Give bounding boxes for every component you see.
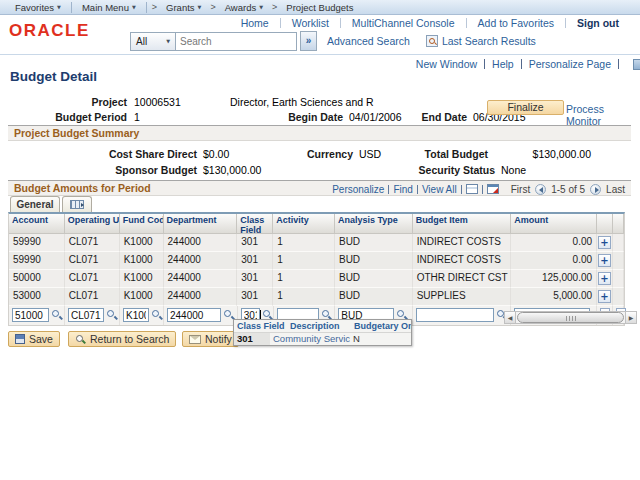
account-lookup-icon[interactable] (51, 308, 62, 320)
last-link[interactable]: Last (606, 184, 625, 195)
operating-unit-lookup-icon[interactable] (106, 308, 117, 320)
divider (461, 185, 462, 194)
breadcrumb-project-budgets[interactable]: Project Budgets (279, 2, 360, 13)
scroll-left-icon[interactable]: ◀ (505, 312, 516, 323)
cell-fund-code: K1000 (120, 288, 164, 306)
cell-class-field: 301 (237, 270, 273, 288)
zoom-grid-icon[interactable] (466, 184, 478, 194)
lookup-col-class-field[interactable]: Class Field (234, 320, 287, 332)
lookup-col-description[interactable]: Description (287, 320, 351, 332)
add-row-button[interactable]: + (598, 272, 611, 285)
scroll-right-icon[interactable]: ▶ (625, 312, 636, 323)
col-budget-item[interactable]: Budget Item (413, 214, 512, 234)
edit-cell-budget-item (413, 306, 512, 325)
main-menu-label: Main Menu (82, 2, 129, 13)
add-to-favorites-link[interactable]: Add to Favorites (467, 17, 565, 29)
col-analysis-type[interactable]: Analysis Type (335, 214, 413, 234)
project-id-value: 10006531 (134, 96, 181, 108)
account-input[interactable] (12, 308, 49, 322)
chevron-down-icon: ▼ (198, 5, 202, 10)
find-link[interactable]: Find (393, 184, 412, 195)
horizontal-scrollbar[interactable]: ◀ ▶ (504, 311, 637, 324)
col-account[interactable]: Account (9, 214, 65, 234)
cell-operating-unit: CL071 (65, 252, 120, 270)
lookup-budgetary-only-value: N (350, 333, 411, 345)
next-page-icon[interactable] (590, 184, 601, 195)
lookup-header-row: Class Field Description Budgetary Only (234, 320, 411, 333)
return-to-search-label: Return to Search (90, 333, 169, 345)
help-link[interactable]: Help (492, 58, 514, 70)
breadcrumb-main-menu[interactable]: Main Menu ▼ (75, 2, 143, 13)
breadcrumb-favorites[interactable]: Favorites ▼ (8, 2, 68, 13)
table-row: 53000 CL071 K1000 244000 301 1 BUD SUPPL… (9, 288, 624, 306)
cell-activity: 1 (273, 270, 335, 288)
personalize-page-link[interactable]: Personalize Page (529, 58, 611, 70)
fund-code-input[interactable] (123, 308, 149, 322)
search-bar: All ▼ » Advanced Search Last Search Resu… (130, 31, 536, 51)
project-budget-summary-header: Project Budget Summary (8, 125, 631, 141)
security-status-label: Security Status (398, 164, 495, 176)
show-all-columns-tab[interactable] (62, 196, 92, 212)
col-activity[interactable]: Activity (273, 214, 335, 234)
home-link[interactable]: Home (230, 17, 280, 29)
scrollbar-thumb[interactable] (517, 312, 624, 323)
last-search-results-link[interactable]: Last Search Results (442, 35, 536, 47)
return-to-search-button[interactable]: Return to Search (68, 331, 176, 347)
search-input[interactable] (176, 32, 297, 51)
total-budget-value: $130,000.00 (498, 148, 591, 160)
department-input[interactable] (167, 308, 221, 322)
save-label: Save (29, 333, 53, 345)
end-date-label: End Date (400, 111, 467, 123)
col-department[interactable]: Department (164, 214, 238, 234)
save-button[interactable]: Save (8, 331, 60, 347)
favorites-label: Favorites (15, 2, 54, 13)
search-go-button[interactable]: » (300, 31, 317, 51)
breadcrumb-awards[interactable]: Awards ▼ (218, 2, 270, 13)
table-row: 59990 CL071 K1000 244000 301 1 BUD INDIR… (9, 252, 624, 270)
total-budget-label: Total Budget (398, 148, 488, 160)
add-row-button[interactable]: + (598, 290, 611, 303)
divider (482, 185, 483, 194)
header-links: Home Worklist MultiChannel Console Add t… (230, 17, 630, 29)
new-window-link[interactable]: New Window (416, 58, 477, 70)
grid-section-title: Budget Amounts for Period (8, 181, 151, 196)
return-to-search-icon (75, 334, 86, 345)
cell-analysis-type: BUD (335, 270, 413, 288)
view-all-link[interactable]: View All (422, 184, 457, 195)
tab-general[interactable]: General (10, 196, 60, 212)
table-row: 59990 CL071 K1000 244000 301 1 BUD INDIR… (9, 234, 624, 252)
sponsor-budget-label: Sponsor Budget (0, 164, 197, 176)
add-row-button[interactable]: + (598, 254, 611, 267)
project-label: Project (0, 96, 127, 108)
lookup-col-budgetary-only[interactable]: Budgetary Only (351, 320, 411, 332)
multichannel-console-link[interactable]: MultiChannel Console (341, 17, 466, 29)
summary-section-title: Project Budget Summary (8, 126, 139, 141)
budget-item-input[interactable] (416, 308, 494, 322)
lookup-result-row[interactable]: 301 Community Service N (234, 333, 411, 345)
operating-unit-input[interactable] (68, 308, 104, 322)
col-amount[interactable]: Amount (511, 214, 597, 234)
breadcrumb-grants[interactable]: Grants ▼ (159, 2, 208, 13)
process-monitor-link[interactable]: Process Monitor (566, 103, 640, 127)
fund-code-lookup-icon[interactable] (151, 308, 162, 320)
personalize-link[interactable]: Personalize (332, 184, 384, 195)
sign-out-link[interactable]: Sign out (566, 17, 630, 29)
col-operating-unit[interactable]: Operating Unit (65, 214, 120, 234)
worklist-link[interactable]: Worklist (281, 17, 340, 29)
advanced-search-link[interactable]: Advanced Search (327, 35, 410, 47)
chevron-down-icon: ▼ (166, 39, 170, 44)
search-scope-dropdown[interactable]: All ▼ (130, 32, 176, 51)
finalize-button[interactable]: Finalize (487, 100, 564, 115)
breadcrumb-separator: > (208, 2, 217, 12)
col-class-field[interactable]: Class Field (237, 214, 273, 234)
cell-fund-code: K1000 (120, 252, 164, 270)
add-row-button[interactable]: + (598, 236, 611, 249)
previous-page-icon[interactable] (535, 184, 546, 195)
notify-button[interactable]: Notify (182, 331, 239, 347)
application-window: Favorites ▼ Main Menu ▼ > Grants ▼ > Awa… (0, 0, 640, 480)
divider (0, 54, 640, 55)
page-layout-icon[interactable] (633, 59, 640, 70)
first-link[interactable]: First (511, 184, 530, 195)
download-grid-icon[interactable] (487, 184, 499, 194)
col-fund-code[interactable]: Fund Code (120, 214, 164, 234)
